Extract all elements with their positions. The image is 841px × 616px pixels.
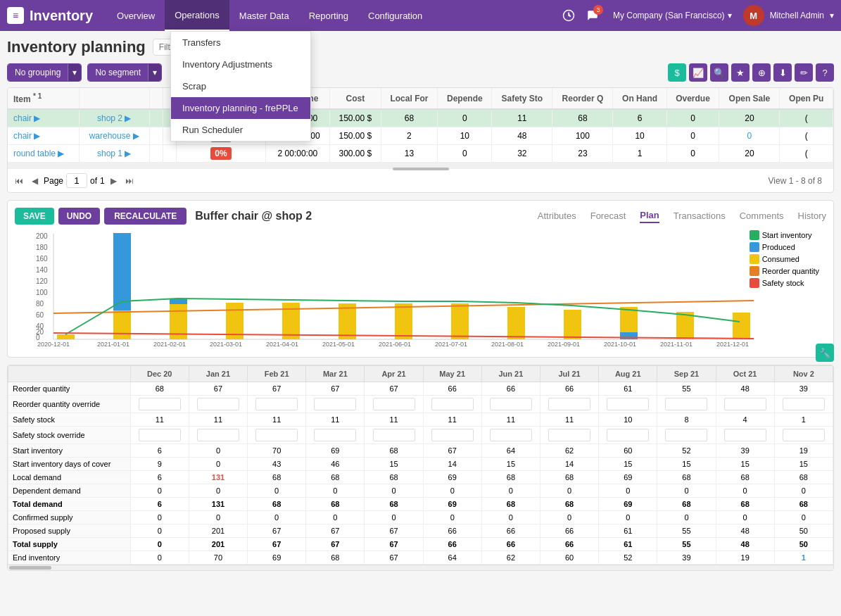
next-page-btn[interactable]: ▶ — [108, 175, 120, 187]
tab-plan[interactable]: Plan — [640, 210, 659, 223]
chart-legend: Start inventory Produced Consumed Reorde… — [750, 230, 819, 290]
input-safety-nov21[interactable] — [783, 429, 825, 441]
clock-icon[interactable] — [559, 6, 578, 25]
tab-transactions[interactable]: Transactions — [674, 210, 726, 222]
help-icon-btn[interactable]: ? — [816, 63, 834, 82]
input-safety-feb21[interactable] — [255, 429, 298, 441]
legend-safety-stock: Safety stock — [750, 278, 819, 288]
page-input[interactable] — [66, 173, 87, 188]
operations-dropdown: Transfers Inventory Adjustments Scrap In… — [170, 31, 311, 142]
input-reorder-oct21[interactable] — [724, 398, 766, 410]
col-header-jun21: Jun 21 — [481, 366, 540, 382]
company-selector[interactable]: My Company (San Francisco) ▾ — [607, 8, 738, 23]
svg-text:2021-01-01: 2021-01-01 — [97, 341, 129, 346]
location-link[interactable]: shop 2 ▶ — [97, 113, 131, 123]
input-reorder-aug21[interactable] — [607, 398, 649, 410]
col-header-apr21: Apr 21 — [365, 366, 423, 382]
input-reorder-jun21[interactable] — [490, 398, 532, 410]
grouping-arrow[interactable]: ▾ — [68, 64, 81, 81]
segment-arrow[interactable]: ▾ — [148, 64, 161, 81]
data-row-dependent-demand: Dependent demand 0000 0000 0000 — [8, 484, 833, 498]
location-link[interactable]: warehouse ▶ — [89, 131, 139, 141]
table-row[interactable]: chair ▶ warehouse ▶ 0% 19 04:00:00 150.0… — [8, 127, 833, 145]
cost: 150.00 $ — [330, 109, 381, 127]
grouping-label[interactable]: No grouping — [8, 64, 68, 81]
input-safety-mar21[interactable] — [314, 429, 356, 441]
nav-configuration[interactable]: Configuration — [358, 0, 432, 31]
prev-page-btn[interactable]: ◀ — [29, 175, 41, 187]
input-reorder-apr21[interactable] — [373, 398, 415, 410]
local-demand-jan21: 131 — [189, 471, 247, 484]
input-safety-jan21[interactable] — [197, 429, 239, 441]
dollar-icon-btn[interactable]: $ — [668, 63, 686, 82]
nav-reporting[interactable]: Reporting — [299, 0, 358, 31]
input-safety-may21[interactable] — [431, 429, 474, 441]
edit-icon-btn[interactable]: ✏ — [795, 63, 813, 82]
wrench-button[interactable]: 🔧 — [816, 344, 834, 362]
input-safety-apr21[interactable] — [373, 429, 415, 441]
recalculate-button[interactable]: RECALCULATE — [104, 208, 186, 225]
table-row[interactable]: chair ▶ shop 2 ▶ 0% 1 00:00:00 150.00 $ … — [8, 109, 833, 127]
undo-button[interactable]: UNDO — [58, 208, 100, 225]
lead-time: 2 00:00:00 — [265, 145, 329, 163]
user-name[interactable]: Mitchell Admin — [770, 11, 824, 20]
input-reorder-may21[interactable] — [431, 398, 474, 410]
horizontal-scrollbar[interactable] — [8, 565, 833, 570]
input-reorder-jul21[interactable] — [548, 398, 590, 410]
row-label-start-inv-days: Start inventory days of cover — [8, 458, 131, 471]
input-reorder-feb21[interactable] — [255, 398, 298, 410]
item-link[interactable]: round table ▶ — [13, 149, 64, 158]
add-icon-btn[interactable]: ⊕ — [752, 63, 771, 82]
last-page-btn[interactable]: ⏭ — [122, 175, 137, 187]
input-safety-jul21[interactable] — [548, 429, 590, 441]
svg-text:2021-04-01: 2021-04-01 — [266, 341, 298, 346]
message-badge: 3 — [593, 5, 603, 15]
bar-consumed — [733, 313, 750, 339]
menu-inventory-planning[interactable]: Inventory planning - frePPLe — [171, 97, 310, 119]
input-safety-jun21[interactable] — [490, 429, 532, 441]
location-link[interactable]: shop 1 ▶ — [97, 149, 131, 158]
star-icon-btn[interactable]: ★ — [731, 63, 750, 82]
input-safety-sep21[interactable] — [665, 429, 707, 441]
nav-master-data[interactable]: Master Data — [229, 0, 299, 31]
menu-scrap[interactable]: Scrap — [171, 75, 310, 97]
input-reorder-dec20[interactable] — [139, 398, 181, 410]
item-link[interactable]: chair ▶ — [13, 113, 40, 123]
tab-comments[interactable]: Comments — [740, 210, 784, 222]
row-label-proposed-supply: Proposed supply — [8, 524, 131, 538]
download-icon-btn[interactable]: ⬇ — [773, 63, 792, 82]
table-row[interactable]: round table ▶ shop 1 ▶ 0% 2 00:00:00 300… — [8, 145, 833, 163]
input-safety-aug21[interactable] — [607, 429, 649, 441]
avatar[interactable]: M — [743, 5, 764, 26]
nav-operations[interactable]: Operations — [165, 0, 229, 31]
chart-icon-btn[interactable]: 📈 — [689, 63, 707, 82]
tab-forecast[interactable]: Forecast — [590, 210, 626, 222]
tab-attributes[interactable]: Attributes — [538, 210, 576, 222]
messages-icon[interactable]: 3 — [583, 6, 602, 25]
tab-history[interactable]: History — [798, 210, 826, 222]
row-label-reorder-qty-override: Reorder quantity override — [8, 396, 131, 413]
data-row-safety-stock-override: Safety stock override — [8, 427, 833, 444]
brand[interactable]: ≡ Inventory — [7, 7, 93, 24]
scrollbar-thumb[interactable] — [9, 566, 51, 570]
bar-consumed — [507, 307, 525, 339]
input-reorder-nov21[interactable] — [783, 398, 825, 410]
input-reorder-mar21[interactable] — [314, 398, 356, 410]
item-link[interactable]: chair ▶ — [13, 131, 40, 141]
menu-transfers[interactable]: Transfers — [171, 32, 310, 54]
first-page-btn[interactable]: ⏮ — [12, 175, 26, 187]
input-reorder-sep21[interactable] — [665, 398, 707, 410]
menu-run-scheduler[interactable]: Run Scheduler — [171, 119, 310, 141]
col-header-jan21: Jan 21 — [189, 366, 247, 382]
nav-overview[interactable]: Overview — [107, 0, 165, 31]
save-button[interactable]: SAVE — [15, 208, 54, 225]
main-content: Inventory planning No grouping ▾ No segm… — [0, 31, 841, 616]
input-safety-oct21[interactable] — [724, 429, 766, 441]
input-safety-dec20[interactable] — [139, 429, 181, 441]
segment-label[interactable]: No segment — [88, 64, 148, 81]
search-icon-btn[interactable]: 🔍 — [710, 63, 728, 82]
input-reorder-jan21[interactable] — [197, 398, 239, 410]
col-header-sep21: Sep 21 — [657, 366, 716, 382]
open-sale-link[interactable]: 0 — [747, 131, 752, 141]
menu-inventory-adjustments[interactable]: Inventory Adjustments — [171, 54, 310, 75]
